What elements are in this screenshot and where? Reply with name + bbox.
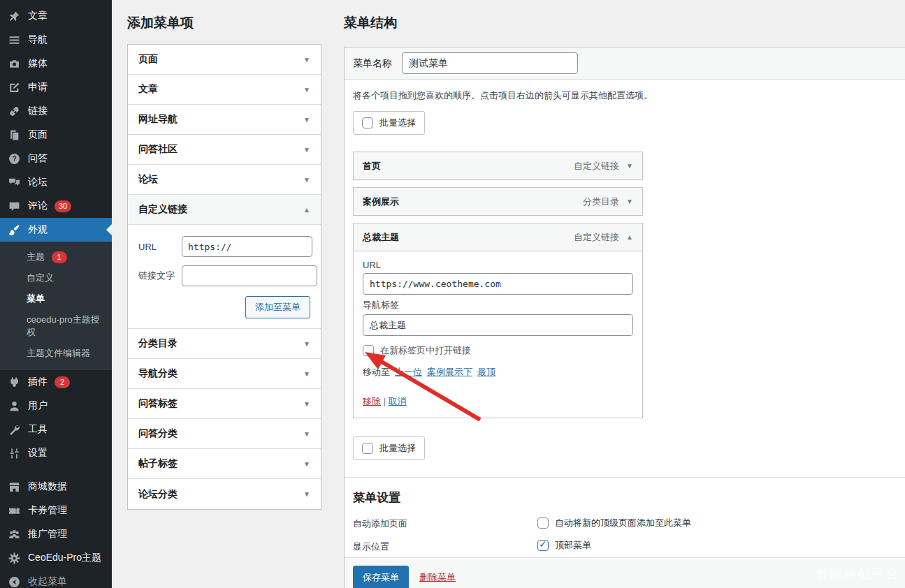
chevron-down-icon: ▼ <box>303 370 310 378</box>
remove-item-link[interactable]: 移除 <box>363 396 381 406</box>
move-to-top-link[interactable]: 最顶 <box>477 367 495 377</box>
url-label: URL <box>138 242 182 252</box>
detail-nav-label: 导航标签 <box>363 299 633 311</box>
sidebar-item-users[interactable]: 用户 <box>0 394 112 418</box>
accordion-forum[interactable]: 论坛 ▼ <box>128 165 321 195</box>
appearance-submenu: 主题 1 自定义 菜单 ceoedu-pro主题授权 主题文件编辑器 <box>0 242 112 370</box>
comments-count-badge: 30 <box>55 200 71 212</box>
accordion-label: 页面 <box>138 53 158 66</box>
accordion-site-nav[interactable]: 网址导航 ▼ <box>128 105 321 135</box>
sidebar-item-promotion[interactable]: 推广管理 <box>0 522 112 546</box>
cancel-link[interactable]: 取消 <box>389 396 407 406</box>
delete-menu-link[interactable]: 删除菜单 <box>419 571 456 584</box>
top-menu-checkbox[interactable] <box>537 540 549 551</box>
main-content: 添加菜单项 菜单结构 页面 ▼ 文章 ▼ 网址导航 ▼ 问答社区 ▼ 论坛 ▼ … <box>112 0 905 588</box>
sidebar-item-plugins[interactable]: 插件 2 <box>0 370 112 394</box>
accordion-forum-categories[interactable]: 论坛分类 ▼ <box>128 479 321 509</box>
menu-item-ceotheme[interactable]: 总裁主题 自定义链接 ▲ <box>353 223 643 251</box>
menu-item-detail-panel: URL 导航标签 在新标签页中打开链接 移动至上一位案例展示下最顶 移除 | 取 <box>353 251 643 418</box>
sidebar-item-tools[interactable]: 工具 <box>0 418 112 441</box>
accordion-pages[interactable]: 页面 ▼ <box>128 45 321 75</box>
auto-add-pages-checkbox[interactable] <box>537 517 549 529</box>
sidebar-subitem-theme-editor[interactable]: 主题文件编辑器 <box>0 343 112 364</box>
chevron-up-icon[interactable]: ▲ <box>626 233 633 241</box>
promotion-icon <box>7 528 21 541</box>
sidebar-separator <box>0 465 112 475</box>
accordion-custom-link[interactable]: 自定义链接 ▲ <box>128 195 321 225</box>
bulk-select-toggle[interactable]: 批量选择 <box>353 111 425 135</box>
chevron-down-icon: ▼ <box>303 116 310 124</box>
sidebar-item-links[interactable]: 链接 <box>0 99 112 123</box>
sidebar-item-qa[interactable]: ? 问答 <box>0 147 112 170</box>
sidebar-subitem-theme-license[interactable]: ceoedu-pro主题授权 <box>0 309 112 343</box>
menu-name-input[interactable] <box>402 52 578 74</box>
accordion-qa-community[interactable]: 问答社区 ▼ <box>128 135 321 165</box>
sidebar-item-appearance[interactable]: 外观 <box>0 218 112 242</box>
actions-separator: | <box>384 396 386 406</box>
chevron-down-icon[interactable]: ▼ <box>626 162 633 170</box>
sidebar-item-store-data[interactable]: 商城数据 <box>0 475 112 499</box>
move-up-link[interactable]: 上一位 <box>395 367 422 377</box>
chevron-down-icon: ▼ <box>303 146 310 154</box>
auto-add-pages-label: 自动添加页面 <box>353 516 537 530</box>
accordion-post-tags[interactable]: 帖子标签 ▼ <box>128 449 321 479</box>
accordion-label: 问答分类 <box>138 427 178 440</box>
sidebar-item-comments[interactable]: 评论 30 <box>0 194 112 218</box>
sidebar-item-settings[interactable]: 设置 <box>0 441 112 465</box>
menu-name-row: 菜单名称 <box>345 47 905 80</box>
add-menu-items-title: 添加菜单项 <box>127 14 194 32</box>
chevron-down-icon: ▼ <box>303 400 310 408</box>
sidebar-subitem-menus[interactable]: 菜单 <box>0 288 112 309</box>
sidebar-item-label: 外观 <box>28 223 48 236</box>
sidebar-item-posts[interactable]: 文章 <box>0 4 112 28</box>
media-icon <box>7 57 21 70</box>
menu-item-label: 首页 <box>363 160 381 172</box>
coupon-icon <box>7 504 21 517</box>
add-to-menu-button[interactable]: 添加至菜单 <box>245 296 310 318</box>
move-under-cases-link[interactable]: 案例展示下 <box>427 367 472 377</box>
drag-hint-text: 将各个项目拖到您喜欢的顺序。点击项目右边的箭头可显示其他配置选项。 <box>353 89 900 102</box>
sidebar-item-applications[interactable]: 申请 <box>0 75 112 99</box>
bulk-select-label: 批量选择 <box>379 442 416 455</box>
chevron-down-icon: ▼ <box>303 56 310 64</box>
sidebar-item-pages[interactable]: 页面 <box>0 123 112 147</box>
plugin-icon <box>7 376 21 388</box>
accordion-posts[interactable]: 文章 ▼ <box>128 75 321 105</box>
save-menu-button[interactable]: 保存菜单 <box>353 566 409 588</box>
store-icon <box>7 480 21 493</box>
sidebar-subitem-themes[interactable]: 主题 1 <box>0 247 112 267</box>
chevron-down-icon[interactable]: ▼ <box>626 198 633 205</box>
accordion-categories[interactable]: 分类目录 ▼ <box>128 329 321 359</box>
menu-item-cases[interactable]: 案例展示 分类目录 ▼ <box>353 187 643 216</box>
accordion-qa-tags[interactable]: 问答标签 ▼ <box>128 389 321 419</box>
collapse-menu-button[interactable]: 收起菜单 <box>0 570 112 588</box>
tools-icon <box>7 423 21 436</box>
bulk-select-checkbox[interactable] <box>362 117 373 128</box>
detail-url-input[interactable] <box>363 273 633 295</box>
admin-sidebar: 文章 导航 媒体 申请 链接 页面 ? 问答 论坛 评论 30 外观 主题 <box>0 0 112 588</box>
question-icon: ? <box>7 152 21 165</box>
comment-icon <box>7 200 21 212</box>
menu-item-label: 案例展示 <box>363 196 399 208</box>
menu-item-type: 分类目录 <box>583 196 619 208</box>
sidebar-item-navigation[interactable]: 导航 <box>0 28 112 52</box>
custom-link-url-input[interactable] <box>182 236 312 257</box>
menu-item-home[interactable]: 首页 自定义链接 ▼ <box>353 152 643 180</box>
bulk-select-toggle-bottom[interactable]: 批量选择 <box>353 436 425 460</box>
bulk-select-label: 批量选择 <box>379 117 416 129</box>
sidebar-item-ceoedu-theme[interactable]: CeoEdu-Pro主题 <box>0 546 112 570</box>
accordion-nav-categories[interactable]: 导航分类 ▼ <box>128 359 321 389</box>
sidebar-item-forum[interactable]: 论坛 <box>0 170 112 194</box>
open-new-tab-checkbox[interactable] <box>363 345 374 356</box>
link-text-label: 链接文字 <box>138 270 182 282</box>
accordion-qa-categories[interactable]: 问答分类 ▼ <box>128 419 321 449</box>
detail-nav-input[interactable] <box>363 314 633 336</box>
sidebar-item-coupons[interactable]: 卡券管理 <box>0 499 112 522</box>
auto-add-pages-option-label: 自动将新的顶级页面添加至此菜单 <box>555 517 691 529</box>
sidebar-item-label: 文章 <box>28 10 48 22</box>
custom-link-text-input[interactable] <box>182 265 317 286</box>
sidebar-item-media[interactable]: 媒体 <box>0 52 112 75</box>
sidebar-subitem-customize[interactable]: 自定义 <box>0 267 112 288</box>
bulk-select-checkbox[interactable] <box>362 443 373 454</box>
sidebar-item-label: 媒体 <box>28 57 48 70</box>
